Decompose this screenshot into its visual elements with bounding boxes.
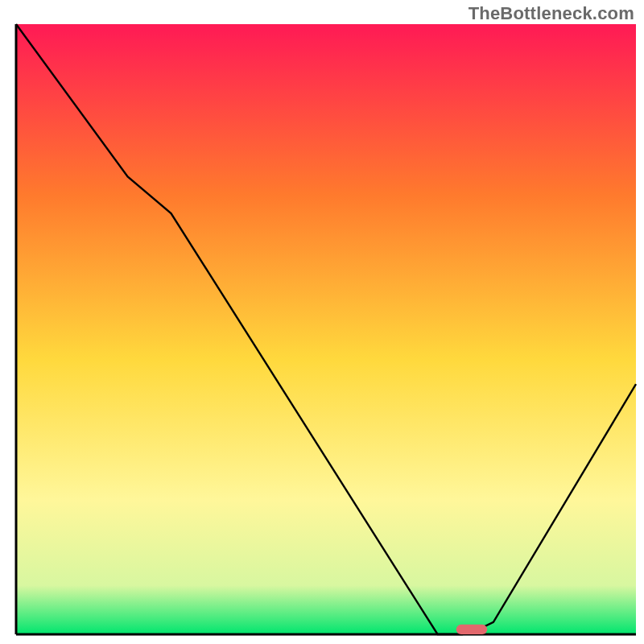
optimal-marker	[456, 625, 488, 634]
plot-gradient-background	[16, 24, 636, 634]
bottleneck-chart	[0, 0, 644, 644]
